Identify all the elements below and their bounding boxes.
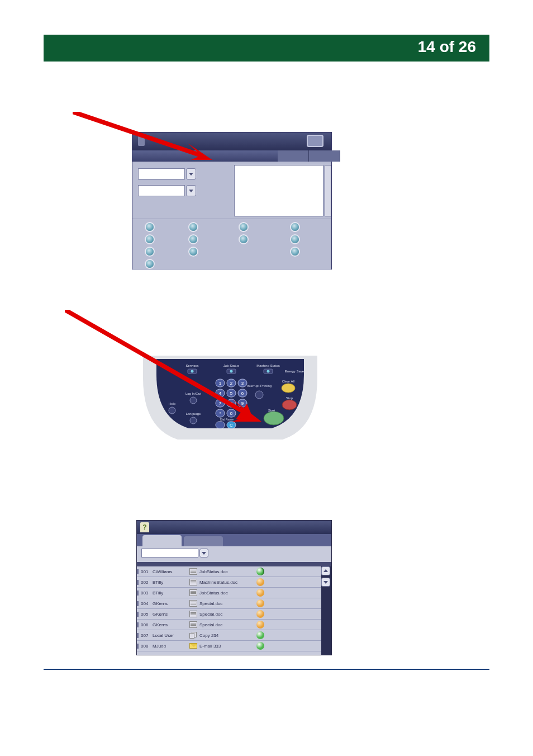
job-topbar: ? [137,521,331,534]
job-num: 003 [137,590,153,596]
job-filter-bar [137,546,331,562]
option-col1-row3[interactable] [146,248,154,256]
job-owner: CWilliams [153,569,189,574]
option-col3-row2[interactable] [240,235,248,243]
page-header: 14 of 26 [44,35,489,62]
scroll-down-button[interactable] [321,578,330,587]
svg-text:5: 5 [230,391,233,396]
job-list: 001CWilliamsJobStatus.doc002BTillyMachin… [137,566,321,655]
start-button[interactable] [264,412,284,425]
job-tab-other[interactable] [184,536,223,546]
job-doc: E-mail 333 [199,644,253,649]
job-doc: Special.doc [199,601,253,606]
grip-icon [138,136,145,146]
document-icon [189,579,197,585]
dropdown-2-field[interactable] [138,185,185,196]
document-icon [189,600,197,607]
job-row[interactable]: 008MJuddE-mail 333 [137,641,321,651]
preview-scrollbar[interactable] [325,165,331,216]
options-area [132,219,331,270]
label-stop: Stop [286,396,293,400]
job-tabs [137,534,331,546]
label-help: Help [169,402,176,405]
svg-point-3 [191,370,194,373]
job-num: 002 [137,580,153,585]
job-row[interactable]: 003BTillyJobStatus.doc [137,588,321,598]
svg-text:1: 1 [219,381,222,386]
job-num: 006 [137,622,153,627]
job-filter-field[interactable] [141,549,198,557]
job-row[interactable]: 005GKernsSpecial.doc [137,609,321,620]
job-tab-active[interactable] [142,535,182,546]
figure-control-panel: Services Job Status Machine Status Energ… [137,356,323,450]
svg-rect-19 [216,422,225,428]
svg-text:9: 9 [241,401,244,406]
job-row[interactable]: 002BTillyMachineStatus.doc [137,577,321,588]
status-icon [256,610,264,618]
option-col2-row1[interactable] [189,223,197,231]
status-icon [256,578,264,586]
svg-text:*: * [219,411,221,416]
label-interrupt: Interrupt Printing [247,384,272,388]
document-icon [189,568,197,575]
help-button[interactable] [169,407,175,414]
job-num: 005 [137,612,153,617]
mail-icon [189,643,197,649]
svg-point-7 [267,370,270,373]
label-services: Services [185,364,198,367]
document-icon [189,621,197,628]
option-col4-row1[interactable] [291,223,299,231]
option-col4-row2[interactable] [291,235,299,243]
job-row[interactable]: 004GKernsSpecial.doc [137,598,321,609]
option-col3-row1[interactable] [240,223,248,231]
figure-touchscreen-ui [132,132,332,270]
job-doc: JobStatus.doc [199,569,253,574]
job-owner: MJudd [153,644,189,649]
job-filter-dropdown-button[interactable] [199,549,208,557]
help-icon[interactable]: ? [140,522,149,532]
job-owner: BTilly [153,580,189,585]
dropdown-2-button[interactable] [186,185,196,196]
job-num: 004 [137,601,153,606]
document-icon [189,589,197,596]
document-icon [189,611,197,617]
dropdown-1-field[interactable] [138,168,185,179]
svg-text:2: 2 [230,381,233,386]
language-button[interactable] [190,417,197,424]
label-dial-pause: Dial Pause [220,418,234,421]
option-col2-row3[interactable] [189,248,197,256]
interrupt-button[interactable] [255,391,263,399]
job-doc: Copy 234 [199,633,253,638]
dropdown-1-button[interactable] [186,168,196,179]
job-scroll [321,566,330,589]
status-icon [256,568,264,575]
option-col1-row4[interactable] [146,260,154,268]
log-in-out-button[interactable] [190,397,197,404]
label-language: Language [186,412,201,415]
job-num: 001 [137,569,153,574]
clear-all-button[interactable] [282,384,295,393]
status-icon [256,621,264,629]
job-row[interactable]: 006GKernsSpecial.doc [137,620,321,630]
scroll-up-button[interactable] [321,566,330,575]
option-col4-row3[interactable] [291,248,299,256]
job-owner: Local User [153,633,189,638]
stop-button[interactable] [282,400,297,410]
option-col2-row2[interactable] [189,235,197,243]
option-col1-row1[interactable] [146,223,154,231]
job-row[interactable]: 007Local UserCopy 234 [137,630,321,641]
status-icon [256,642,264,650]
label-energy-saver: Energy Saver [285,370,305,373]
job-row[interactable]: 001CWilliamsJobStatus.doc [137,566,321,577]
page-indicator: 14 of 26 [418,38,476,56]
tab-secondary-1[interactable] [278,150,309,162]
job-owner: GKerns [153,622,189,627]
svg-text:0: 0 [230,411,233,416]
footer-divider [44,669,489,670]
job-doc: JobStatus.doc [199,590,253,596]
option-col1-row2[interactable] [146,235,154,243]
tab-secondary-2[interactable] [309,150,340,162]
svg-text:8: 8 [230,401,233,406]
services-home-icon[interactable] [307,135,323,147]
job-owner: GKerns [153,601,189,606]
